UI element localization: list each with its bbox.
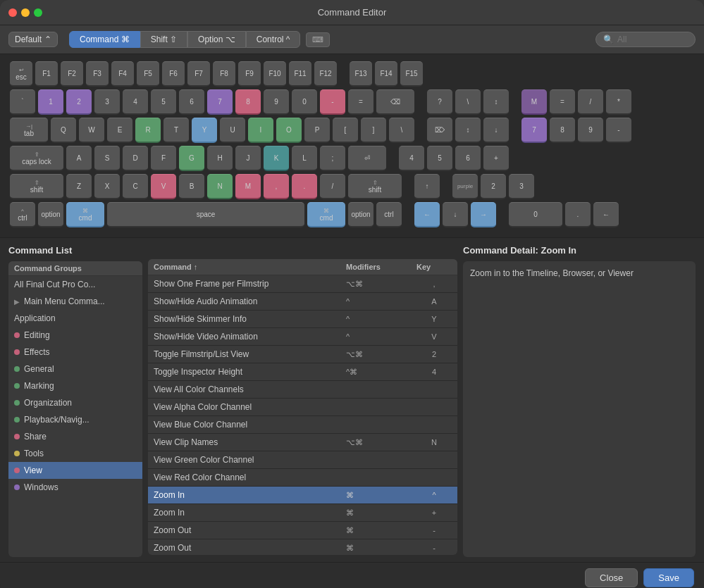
table-row[interactable]: Zoom In⌘+ <box>148 504 457 522</box>
group-item-effects[interactable]: Effects <box>8 344 142 361</box>
key-1[interactable]: 1 <box>38 89 63 115</box>
key-numpad-star[interactable]: * <box>606 89 631 115</box>
key-numpad-0[interactable]: 0 <box>509 202 562 227</box>
option-modifier-button[interactable]: Option ⌥ <box>187 31 246 48</box>
key-w[interactable]: W <box>79 118 104 143</box>
key-f5[interactable]: F5 <box>137 61 159 87</box>
table-row[interactable]: Show/Hide Skimmer Info^Y <box>148 311 457 328</box>
search-input[interactable] <box>617 35 688 44</box>
key-arrow-up[interactable]: ↑ <box>414 174 440 199</box>
group-item-share[interactable]: Share <box>8 428 142 445</box>
key-f7[interactable]: F7 <box>187 61 210 87</box>
group-item-all[interactable]: All Final Cut Pro Co... <box>8 276 142 293</box>
key-rbracket[interactable]: ] <box>361 118 386 143</box>
key-equals[interactable]: = <box>348 89 373 115</box>
key-backslash[interactable]: \ <box>389 118 414 143</box>
key-space[interactable]: space <box>107 202 304 227</box>
key-f[interactable]: F <box>151 146 176 171</box>
close-window-button[interactable] <box>8 8 17 17</box>
command-modifier-button[interactable]: Command ⌘ <box>69 31 140 48</box>
key-f10[interactable]: F10 <box>264 61 286 87</box>
table-row[interactable]: View All Color Channels <box>148 381 457 399</box>
key-f8[interactable]: F8 <box>213 61 235 87</box>
maximize-button[interactable] <box>34 8 42 17</box>
group-item-marking[interactable]: Marking <box>8 377 142 394</box>
key-6[interactable]: 6 <box>179 89 204 115</box>
key-esc[interactable]: ↩esc <box>10 61 32 87</box>
group-item-general[interactable]: General <box>8 361 142 377</box>
key-x[interactable]: X <box>94 174 120 199</box>
key-2[interactable]: 2 <box>66 89 92 115</box>
key-arrow-left[interactable]: ← <box>414 202 440 227</box>
key-numpad-eq[interactable]: = <box>550 89 575 115</box>
group-item-application[interactable]: Application <box>8 310 142 327</box>
key-option-left[interactable]: option <box>38 202 63 227</box>
key-numpad-backslash[interactable]: \ <box>455 89 481 115</box>
key-f3[interactable]: F3 <box>86 61 109 87</box>
key-f15[interactable]: F15 <box>400 61 423 87</box>
key-q[interactable]: Q <box>51 118 76 143</box>
key-numpad-9[interactable]: 9 <box>578 118 603 143</box>
key-f11[interactable]: F11 <box>289 61 311 87</box>
table-row[interactable]: View Blue Color Channel <box>148 416 457 434</box>
key-lbracket[interactable]: [ <box>333 118 358 143</box>
key-f12[interactable]: F12 <box>314 61 337 87</box>
key-8[interactable]: 8 <box>235 89 261 115</box>
table-row[interactable]: Show/Hide Audio Animation^A <box>148 293 457 311</box>
table-row[interactable]: Show/Hide Video Animation^V <box>148 328 457 346</box>
key-numpad-enter[interactable]: ← <box>593 202 619 227</box>
key-numpad-plus[interactable]: + <box>483 146 509 171</box>
key-y[interactable]: Y <box>192 118 217 143</box>
group-item-main-menu[interactable]: ▶ Main Menu Comma... <box>8 293 142 310</box>
key-b[interactable]: B <box>179 174 204 199</box>
key-f4[interactable]: F4 <box>111 61 134 87</box>
group-item-playback[interactable]: Playback/Navig... <box>8 411 142 428</box>
preset-dropdown[interactable]: Default ⌃ <box>8 32 58 47</box>
table-row[interactable]: View Clip Names⌥⌘N <box>148 434 457 451</box>
key-f9[interactable]: F9 <box>238 61 261 87</box>
key-p[interactable]: P <box>304 118 330 143</box>
key-semicolon[interactable]: ; <box>320 146 345 171</box>
key-numpad-minus[interactable]: - <box>606 118 631 143</box>
key-numpad-8[interactable]: 8 <box>550 118 575 143</box>
table-row[interactable]: Toggle Filmstrip/List View⌥⌘2 <box>148 346 457 363</box>
group-item-windows[interactable]: Windows <box>8 479 142 496</box>
key-numpad-3[interactable]: 3 <box>509 174 534 199</box>
key-cmd-right[interactable]: ⌘cmd <box>307 202 345 227</box>
group-item-editing[interactable]: Editing <box>8 327 142 344</box>
key-backtick[interactable]: ` <box>10 89 35 115</box>
key-minus[interactable]: - <box>320 89 345 115</box>
key-arrow-down[interactable]: ↓ <box>443 202 468 227</box>
key-numpad-m[interactable]: M <box>521 89 547 115</box>
key-ctrl-right[interactable]: ctrl <box>376 202 402 227</box>
key-9[interactable]: 9 <box>264 89 289 115</box>
table-row[interactable]: Toggle Inspector Height^⌘4 <box>148 363 457 381</box>
key-m[interactable]: M <box>235 174 261 199</box>
key-ctrl-left[interactable]: ^ctrl <box>10 202 35 227</box>
key-shift-left[interactable]: ⇧shift <box>10 174 63 199</box>
control-modifier-button[interactable]: Control ^ <box>246 31 301 48</box>
key-numpad-4[interactable]: 4 <box>399 146 424 171</box>
key-i[interactable]: I <box>248 118 273 143</box>
key-a[interactable]: A <box>66 146 92 171</box>
save-button[interactable]: Save <box>643 568 694 587</box>
key-pgdn[interactable]: ↓ <box>483 118 509 143</box>
key-4[interactable]: 4 <box>123 89 148 115</box>
key-v[interactable]: V <box>151 174 176 199</box>
key-f1[interactable]: F1 <box>35 61 58 87</box>
key-slash[interactable]: / <box>320 174 345 199</box>
table-row[interactable]: Zoom Out⌘- <box>148 522 457 539</box>
table-row[interactable]: View Alpha Color Channel <box>148 399 457 416</box>
key-l[interactable]: L <box>292 146 317 171</box>
minimize-button[interactable] <box>21 8 30 17</box>
key-numpad-5[interactable]: 5 <box>427 146 452 171</box>
table-row-selected[interactable]: Zoom In⌘^ <box>148 487 457 504</box>
key-period[interactable]: . <box>292 174 317 199</box>
table-row[interactable]: View Green Color Channel <box>148 451 457 469</box>
key-comma[interactable]: , <box>264 174 289 199</box>
key-f2[interactable]: F2 <box>61 61 83 87</box>
key-s[interactable]: S <box>94 146 120 171</box>
key-end[interactable]: ↕ <box>455 118 481 143</box>
key-n[interactable]: N <box>207 174 233 199</box>
key-tab[interactable]: →|tab <box>10 118 48 143</box>
